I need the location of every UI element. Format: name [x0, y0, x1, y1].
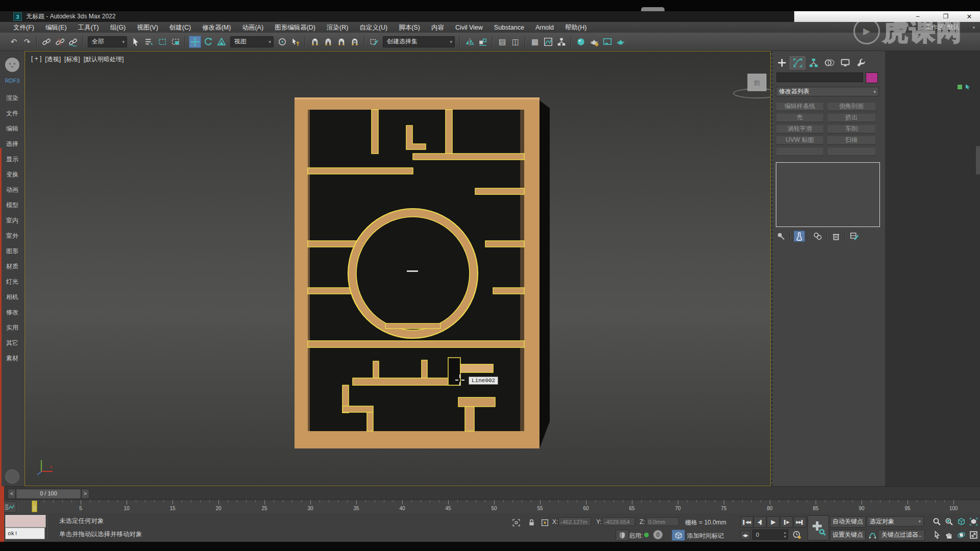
viewport-label-seg1[interactable]: [透视] — [45, 55, 61, 64]
x-coordinate-field[interactable]: -462.127m — [558, 517, 591, 526]
render-icon[interactable] — [615, 36, 627, 48]
field-of-view-icon[interactable] — [943, 516, 954, 527]
modify-icon[interactable] — [793, 58, 803, 68]
sidebar-item-渲染[interactable]: 渲染 — [0, 90, 24, 106]
set-keys-button[interactable] — [807, 515, 829, 540]
restore-button[interactable]: ❐ — [941, 12, 951, 21]
sidebar-item-素材[interactable]: 素材 — [0, 350, 24, 366]
workspace-selector[interactable]: 工作区: 默认 ▾ — [925, 22, 975, 33]
tab-modify[interactable] — [790, 56, 805, 69]
menu-Civil View[interactable]: Civil View — [450, 22, 488, 33]
key-filters-icon[interactable] — [867, 530, 878, 540]
sidebar-item-文件[interactable]: 文件 — [0, 106, 24, 121]
snap-percent-icon[interactable]: % — [335, 36, 348, 48]
make-unique-icon[interactable] — [812, 231, 823, 242]
pin-icon[interactable] — [775, 231, 787, 242]
sidebar-item-室内[interactable]: 室内 — [0, 213, 24, 228]
goto-end-icon[interactable]: ▶▶▌ — [793, 516, 806, 528]
menu-创建(C)[interactable]: 创建(C) — [164, 22, 197, 33]
configure-modifier-sets-icon[interactable] — [849, 231, 860, 242]
window-crossing-icon[interactable] — [169, 36, 182, 48]
menu-脚本(S)[interactable]: 脚本(S) — [393, 22, 426, 33]
sidebar-item-动画[interactable]: 动画 — [0, 182, 24, 197]
viewport-label-seg0[interactable]: [ + ] — [31, 55, 41, 64]
selection-lock-icon[interactable] — [526, 517, 537, 528]
hierarchy-icon[interactable] — [808, 58, 819, 68]
menu-Arnold[interactable]: Arnold — [530, 22, 559, 33]
menu-组(G)[interactable]: 组(G) — [105, 22, 132, 33]
redo-icon[interactable]: ↷ — [21, 36, 33, 48]
sidebar-item-灯光[interactable]: 灯光 — [0, 274, 24, 289]
filter-dropdown[interactable]: 全部▾ — [88, 36, 127, 47]
remove-modifier-icon[interactable] — [830, 231, 842, 242]
menu-Substance[interactable]: Substance — [488, 22, 530, 33]
set-key-button[interactable]: 设置关键点 — [830, 530, 866, 541]
reference-dropdown[interactable]: 视图▾ — [230, 36, 274, 47]
viewport-label-seg3[interactable]: [默认明暗处理] — [84, 55, 124, 64]
unlink-icon[interactable] — [54, 36, 66, 48]
perspective-viewport[interactable]: [ + ][透视][标准][默认明暗处理] — [24, 51, 771, 486]
snap-3d-icon[interactable]: 3 — [309, 36, 321, 48]
menu-工具(T)[interactable]: 工具(T) — [72, 22, 105, 33]
select-by-name-icon[interactable] — [143, 36, 155, 48]
mini-curve-editor-icon[interactable] — [2, 502, 16, 513]
menu-动画(A)[interactable]: 动画(A) — [236, 22, 269, 33]
menu-自定义(U)[interactable]: 自定义(U) — [354, 22, 393, 33]
edit-selection-set-icon[interactable] — [368, 36, 380, 48]
play-icon[interactable]: ▶ — [767, 516, 780, 528]
avatar[interactable] — [5, 57, 20, 72]
maximize-viewport-icon[interactable] — [968, 530, 979, 540]
selection-set-dropdown[interactable]: 选定对象 ▾ — [867, 516, 924, 527]
track-bar[interactable]: 0510152025303540455055606570758085909510… — [0, 499, 980, 514]
select-arrow-icon[interactable] — [931, 530, 942, 540]
object-name-field[interactable] — [776, 72, 863, 82]
tab-motion[interactable] — [821, 56, 837, 69]
menu-内容[interactable]: 内容 — [426, 22, 450, 33]
adaptive-degradation-icon[interactable] — [616, 530, 629, 541]
y-coordinate-field[interactable]: -4029.654 — [602, 517, 635, 526]
menu-文件(F)[interactable]: 文件(F) — [8, 22, 40, 33]
modifier-button-empty-4-0[interactable] — [776, 147, 824, 156]
select-place-icon[interactable] — [289, 36, 302, 48]
align-icon[interactable] — [477, 36, 489, 48]
zoom-icon[interactable] — [931, 516, 942, 527]
scale-icon[interactable] — [215, 36, 228, 48]
viewcube[interactable]: 前 — [725, 69, 771, 101]
transform-gizmo-icon[interactable] — [510, 517, 522, 528]
create-icon[interactable] — [777, 58, 787, 68]
time-configuration-icon[interactable] — [791, 530, 802, 540]
prev-frame-button[interactable]: < — [8, 489, 16, 499]
sidebar-item-变换[interactable]: 变换 — [0, 167, 24, 182]
menu-帮助(H)[interactable]: 帮助(H) — [559, 22, 592, 33]
use-center-icon[interactable] — [276, 36, 288, 48]
rendered-frame-icon[interactable] — [601, 36, 614, 48]
shelf-model[interactable] — [291, 95, 553, 458]
auto-key-button[interactable]: 自动关键点 — [830, 516, 866, 528]
curve-editor-icon[interactable] — [542, 36, 554, 48]
maxscript-mini-listener-white[interactable]: ok! — [5, 528, 45, 539]
orbit-icon[interactable] — [955, 530, 967, 540]
modifier-stack-list[interactable] — [776, 162, 880, 227]
region-rect-icon[interactable] — [156, 36, 168, 48]
display-icon[interactable] — [840, 58, 850, 68]
layer-manager-icon[interactable]: ◫ — [509, 36, 522, 48]
motion-icon[interactable] — [824, 58, 835, 68]
move-icon[interactable] — [189, 36, 201, 48]
snap-spinner-icon[interactable] — [349, 36, 361, 48]
ribbon-icon[interactable]: ▦ — [529, 36, 541, 48]
key-mode-toggle-icon[interactable]: ◀▶ — [740, 531, 750, 540]
close-button[interactable]: ✕ — [964, 12, 974, 21]
show-end-result-icon[interactable] — [794, 231, 805, 242]
sidebar-bottom-circle[interactable] — [5, 469, 19, 484]
sidebar-item-图形[interactable]: 图形 — [0, 243, 24, 259]
scene-explorer-icon[interactable]: ▤ — [496, 36, 508, 48]
viewport-label-seg2[interactable]: [标准] — [64, 55, 80, 64]
time-slider-handle[interactable]: 0 / 100 — [16, 489, 81, 499]
modifier-button-扫描[interactable]: 扫描 — [827, 136, 876, 144]
undo-icon[interactable]: ↶ — [8, 36, 20, 48]
maxscript-mini-listener-pink[interactable] — [5, 515, 46, 528]
select-and-link-icon[interactable] — [40, 36, 53, 48]
zoom-extents-icon[interactable] — [955, 516, 967, 527]
pan-hand-icon[interactable] — [943, 530, 954, 540]
modifier-list-dropdown[interactable]: 修改器列表 ▾ — [776, 87, 879, 96]
